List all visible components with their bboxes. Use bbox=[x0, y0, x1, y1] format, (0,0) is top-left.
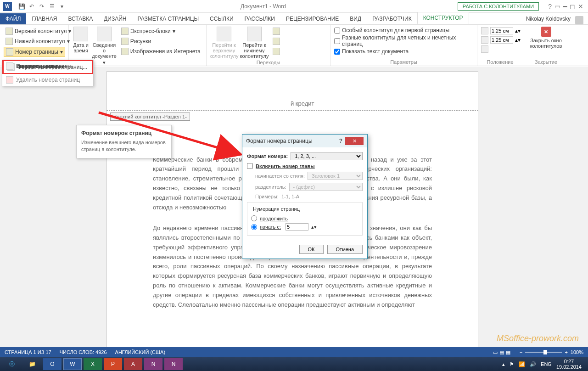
header-button[interactable]: Верхний колонтитул ▾ bbox=[4, 27, 73, 36]
delete-icon bbox=[6, 76, 13, 84]
doc-info-button[interactable]: Сведения о документе▾ bbox=[92, 27, 117, 66]
print-layout-icon[interactable]: ▤ bbox=[499, 349, 504, 355]
contextual-tools-label: РАБОТА С КОЛОНТИТУЛАМИ bbox=[458, 2, 539, 11]
page-number-button[interactable]: Номер страницы ▾ bbox=[4, 47, 65, 57]
tab-review[interactable]: РЕЦЕНЗИРОВАНИЕ bbox=[280, 13, 344, 24]
tab-layout[interactable]: РАЗМЕТКА СТРАНИЦЫ bbox=[132, 13, 205, 24]
goto-footer-button[interactable]: Перейти к нижнему колонтитулу bbox=[241, 27, 268, 59]
dialog-help-icon[interactable]: ? bbox=[339, 138, 342, 144]
tab-view[interactable]: ВИД bbox=[344, 13, 367, 24]
tab-insert[interactable]: ВСТАВКА bbox=[62, 13, 98, 24]
clock-time[interactable]: 0:27 bbox=[556, 359, 582, 364]
examples-value: 1-1, 1-A bbox=[281, 194, 299, 199]
tab-developer[interactable]: РАЗРАБОТЧИК bbox=[367, 13, 417, 24]
tab-design[interactable]: ДИЗАЙН bbox=[98, 13, 132, 24]
ribbon-collapse-icon[interactable]: ▭ bbox=[554, 3, 560, 10]
pagenum-icon bbox=[6, 48, 13, 56]
show-document-text[interactable]: Показать текст документа bbox=[334, 48, 409, 55]
header-pos-icon bbox=[481, 27, 488, 34]
outlook-taskbar-icon[interactable]: O bbox=[43, 358, 62, 370]
redo-icon[interactable]: ↷ bbox=[38, 2, 46, 11]
close-header-footer-button[interactable]: ✕Закрыть окно колонтитулов bbox=[532, 27, 560, 49]
zoom-control[interactable]: − + 100% bbox=[520, 349, 583, 355]
onenote2-taskbar-icon[interactable]: N bbox=[164, 358, 183, 370]
tray-chevron-icon[interactable]: ▴ bbox=[502, 361, 505, 367]
quick-parts-button[interactable]: Экспресс-блоки ▾ bbox=[119, 27, 202, 36]
chapter-style-label: начинается со стиля: bbox=[255, 173, 305, 179]
user-avatar-icon[interactable] bbox=[575, 16, 583, 24]
tab-home[interactable]: ГЛАВНАЯ bbox=[26, 13, 62, 24]
save-icon[interactable]: 💾 bbox=[17, 2, 26, 11]
calendar-icon bbox=[73, 27, 88, 41]
dialog-close-icon[interactable]: ✕ bbox=[345, 137, 364, 145]
clock-date[interactable]: 19.02.2014 bbox=[556, 364, 582, 370]
language-status[interactable]: АНГЛИЙСКИЙ (США) bbox=[115, 349, 166, 355]
header-position-input[interactable] bbox=[490, 27, 513, 34]
odd-even-different[interactable]: Разные колонтитулы для четных и нечетных… bbox=[334, 34, 473, 48]
excel-taskbar-icon[interactable]: X bbox=[84, 358, 102, 370]
ok-button[interactable]: ОК bbox=[299, 245, 324, 254]
page-status[interactable]: СТРАНИЦА 1 ИЗ 17 bbox=[5, 349, 51, 355]
zoom-out-icon[interactable]: − bbox=[520, 349, 522, 355]
page-number-format-dialog: Формат номера страницы ? ✕ Формат номера… bbox=[242, 134, 368, 259]
link-prev-button bbox=[271, 47, 282, 56]
header-section-tab: Верхний колонтитул -Раздел 1- bbox=[110, 112, 190, 121]
footer-position-input[interactable] bbox=[490, 36, 513, 44]
footer-button[interactable]: Нижний колонтитул ▾ bbox=[4, 37, 72, 46]
input-language[interactable]: ENG bbox=[541, 361, 552, 367]
system-tray[interactable]: ▴ ⚑ 📶 🔊 ENG 0:27 19.02.2014 bbox=[502, 359, 585, 370]
volume-icon[interactable]: 🔊 bbox=[530, 361, 536, 367]
action-center-icon[interactable]: ⚑ bbox=[510, 361, 514, 367]
network-icon[interactable]: 📶 bbox=[519, 361, 525, 367]
tooltip-title: Формат номеров страниц bbox=[81, 130, 167, 136]
first-page-different[interactable]: Особый колонтитул для первой страницы bbox=[334, 27, 449, 34]
word-taskbar-icon[interactable]: W bbox=[63, 358, 82, 370]
web-layout-icon[interactable]: ▦ bbox=[506, 349, 510, 355]
view-buttons[interactable]: ▭▤▦ bbox=[492, 349, 511, 355]
prev-section-button bbox=[271, 27, 282, 36]
chapter-style-select: Заголовок 1 bbox=[308, 172, 363, 180]
zoom-slider[interactable] bbox=[525, 352, 562, 353]
close-window-icon[interactable]: ✕ bbox=[578, 3, 583, 10]
zoom-value[interactable]: 100% bbox=[571, 349, 583, 355]
window-controls: ? ▭ ━ ◻ ✕ bbox=[543, 3, 588, 10]
continue-radio[interactable]: продолжить bbox=[251, 214, 358, 222]
ribbon-tabs: ФАЙЛ ГЛАВНАЯ ВСТАВКА ДИЗАЙН РАЗМЕТКА СТР… bbox=[0, 13, 588, 25]
tab-references[interactable]: ССЫЛКИ bbox=[204, 13, 239, 24]
start-at-input[interactable] bbox=[286, 223, 308, 230]
include-chapter-checkbox[interactable]: Включить номер главы bbox=[247, 163, 363, 169]
cancel-button[interactable]: Отмена bbox=[327, 245, 363, 254]
onenote-taskbar-icon[interactable]: N bbox=[144, 358, 162, 370]
zoom-in-icon[interactable]: + bbox=[565, 349, 567, 355]
online-pics-icon bbox=[121, 48, 129, 55]
remove-page-numbers-item[interactable]: Удалить номера страниц bbox=[2, 74, 93, 86]
next-icon bbox=[273, 38, 280, 45]
page-number-dropdown: Вверху страницы Внизу страницы На полях … bbox=[2, 60, 94, 86]
qat-dropdown-icon[interactable]: ▾ bbox=[58, 2, 66, 11]
read-mode-icon[interactable]: ▭ bbox=[493, 349, 498, 355]
number-format-select[interactable]: 1, 2, 3, ... bbox=[291, 152, 363, 160]
start-at-radio[interactable]: начать с:▴▾ bbox=[251, 222, 358, 231]
ie-taskbar-icon[interactable]: ⓔ bbox=[3, 358, 21, 370]
format-page-numbers-item[interactable]: Формат номеров страниц... bbox=[2, 60, 93, 74]
online-pictures-button[interactable]: Изображения из Интернета bbox=[119, 47, 202, 56]
align-tab-icon[interactable] bbox=[481, 45, 488, 53]
word-count-status[interactable]: ЧИСЛО СЛОВ: 4926 bbox=[60, 349, 107, 355]
help-icon[interactable]: ? bbox=[548, 3, 552, 10]
powerpoint-taskbar-icon[interactable]: P bbox=[104, 358, 122, 370]
access-taskbar-icon[interactable]: A bbox=[124, 358, 142, 370]
next-section-button bbox=[271, 37, 282, 46]
tab-file[interactable]: ФАЙЛ bbox=[0, 13, 26, 24]
touch-icon[interactable]: ☰ bbox=[48, 2, 56, 11]
user-name[interactable]: Nikolay Koldovsky bbox=[521, 13, 575, 24]
minimize-icon[interactable]: ━ bbox=[563, 3, 567, 10]
undo-icon[interactable]: ↶ bbox=[28, 2, 36, 11]
explorer-taskbar-icon[interactable]: 📁 bbox=[23, 358, 41, 370]
separator-select: - (дефис) bbox=[289, 183, 363, 191]
maximize-icon[interactable]: ◻ bbox=[570, 3, 575, 10]
tab-design-context[interactable]: КОНСТРУКТОР bbox=[417, 12, 469, 24]
goto-footer-icon bbox=[247, 27, 262, 41]
date-time-button[interactable]: Дата и время bbox=[73, 27, 89, 53]
pictures-button[interactable]: Рисунки bbox=[119, 37, 202, 46]
tab-mailings[interactable]: РАССЫЛКИ bbox=[239, 13, 280, 24]
